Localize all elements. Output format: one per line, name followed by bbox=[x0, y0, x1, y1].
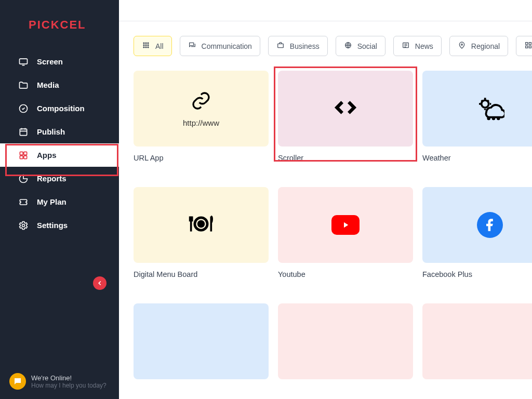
svg-rect-2 bbox=[20, 129, 26, 135]
url-subtitle: http://www bbox=[183, 118, 219, 127]
filter-label: All bbox=[155, 42, 164, 50]
widgets-icon bbox=[524, 41, 532, 51]
app-title: Facebook Plus bbox=[422, 270, 532, 278]
news-icon bbox=[402, 41, 410, 51]
sidebar-item-screen[interactable]: Screen bbox=[0, 50, 119, 73]
app-tile bbox=[422, 187, 532, 263]
chat-widget[interactable]: We're Online! How may I help you today? bbox=[9, 373, 107, 390]
sidebar-item-apps[interactable]: Apps bbox=[0, 143, 119, 167]
filter-label: Regional bbox=[471, 42, 500, 50]
app-card-facebook[interactable]: Facebook Plus bbox=[422, 187, 532, 278]
app-tile bbox=[134, 303, 269, 379]
svg-point-31 bbox=[197, 220, 205, 228]
app-title: Scroller bbox=[278, 154, 413, 162]
filter-social[interactable]: Social bbox=[336, 36, 385, 56]
app-card-partial-2[interactable] bbox=[278, 303, 413, 379]
svg-point-10 bbox=[148, 43, 149, 44]
svg-point-13 bbox=[148, 45, 149, 46]
filter-news[interactable]: News bbox=[393, 36, 442, 56]
dining-icon bbox=[186, 209, 216, 241]
svg-rect-4 bbox=[24, 152, 27, 155]
app-tile bbox=[278, 187, 413, 263]
apps-icon bbox=[18, 150, 29, 161]
code-icon bbox=[332, 95, 358, 123]
app-card-url[interactable]: http://www URL App bbox=[134, 71, 269, 162]
sidebar-item-label: Settings bbox=[37, 221, 68, 230]
sidebar: PICKCEL Screen Media Composition Publish bbox=[0, 0, 119, 399]
sidebar-item-myplan[interactable]: My Plan bbox=[0, 190, 119, 214]
svg-rect-23 bbox=[526, 46, 528, 48]
app-title: URL App bbox=[134, 154, 269, 162]
app-title: Digital Menu Board bbox=[134, 270, 269, 278]
screen-icon bbox=[18, 57, 29, 67]
edit-icon bbox=[18, 103, 29, 114]
svg-rect-24 bbox=[529, 46, 531, 48]
svg-point-7 bbox=[22, 224, 25, 227]
sidebar-item-label: My Plan bbox=[37, 197, 66, 206]
facebook-icon bbox=[477, 212, 503, 238]
svg-rect-6 bbox=[24, 155, 27, 158]
filter-others[interactable]: Others bbox=[516, 36, 532, 56]
sidebar-item-composition[interactable]: Composition bbox=[0, 97, 119, 120]
svg-point-8 bbox=[143, 43, 145, 44]
chat-icon bbox=[188, 41, 196, 51]
youtube-icon bbox=[331, 215, 360, 235]
filter-business[interactable]: Business bbox=[268, 36, 328, 56]
svg-rect-21 bbox=[526, 43, 528, 45]
sidebar-item-label: Publish bbox=[37, 127, 65, 136]
app-tile bbox=[422, 71, 532, 147]
svg-point-20 bbox=[461, 44, 462, 45]
sidebar-item-publish[interactable]: Publish bbox=[0, 120, 119, 143]
main-content: All Communication Business Social News R… bbox=[119, 0, 532, 399]
svg-point-14 bbox=[143, 47, 145, 48]
filter-all[interactable]: All bbox=[134, 36, 172, 56]
folder-icon bbox=[18, 80, 29, 90]
briefcase-icon bbox=[276, 41, 285, 51]
chat-text: We're Online! How may I help you today? bbox=[31, 374, 107, 389]
nav-list: Screen Media Composition Publish Apps bbox=[0, 50, 119, 237]
app-tile bbox=[422, 303, 532, 379]
sidebar-item-settings[interactable]: Settings bbox=[0, 214, 119, 237]
filter-label: Business bbox=[290, 42, 320, 50]
svg-point-28 bbox=[498, 118, 499, 119]
app-card-menuboard[interactable]: Digital Menu Board bbox=[134, 187, 269, 278]
svg-point-26 bbox=[488, 118, 489, 119]
app-tile bbox=[278, 303, 413, 379]
app-tile bbox=[134, 187, 269, 263]
gear-icon bbox=[18, 220, 29, 231]
pin-icon bbox=[458, 41, 466, 51]
sidebar-item-label: Apps bbox=[37, 151, 57, 159]
app-title: Youtube bbox=[278, 270, 413, 278]
sidebar-item-media[interactable]: Media bbox=[0, 73, 119, 97]
chat-prompt-label: How may I help you today? bbox=[31, 382, 107, 389]
sidebar-item-label: Media bbox=[37, 81, 59, 89]
chart-icon bbox=[18, 174, 29, 184]
calendar-icon bbox=[18, 127, 29, 137]
filter-communication[interactable]: Communication bbox=[180, 36, 260, 56]
svg-point-11 bbox=[143, 45, 145, 46]
app-card-youtube[interactable]: Youtube bbox=[278, 187, 413, 278]
app-card-scroller[interactable]: Scroller bbox=[278, 71, 413, 162]
filter-label: Communication bbox=[202, 42, 252, 50]
collapse-sidebar-button[interactable] bbox=[93, 276, 107, 290]
chat-online-label: We're Online! bbox=[31, 374, 107, 382]
brand-logo: PICKCEL bbox=[29, 18, 119, 32]
app-tile bbox=[278, 71, 413, 147]
filter-regional[interactable]: Regional bbox=[449, 36, 508, 56]
svg-point-12 bbox=[145, 45, 147, 46]
globe-icon bbox=[344, 41, 352, 51]
svg-rect-0 bbox=[20, 59, 28, 64]
chat-bubble-icon bbox=[9, 373, 26, 390]
svg-rect-22 bbox=[529, 43, 531, 45]
svg-point-16 bbox=[148, 47, 149, 48]
link-icon bbox=[191, 90, 211, 113]
app-card-partial-3[interactable] bbox=[422, 303, 532, 379]
filter-label: News bbox=[415, 42, 433, 50]
logo-area: PICKCEL bbox=[0, 0, 119, 50]
svg-point-27 bbox=[493, 118, 495, 119]
svg-rect-5 bbox=[20, 155, 23, 158]
sidebar-item-reports[interactable]: Reports bbox=[0, 167, 119, 190]
app-card-weather[interactable]: Weather bbox=[422, 71, 532, 162]
svg-rect-3 bbox=[20, 152, 23, 155]
app-card-partial-1[interactable] bbox=[134, 303, 269, 379]
